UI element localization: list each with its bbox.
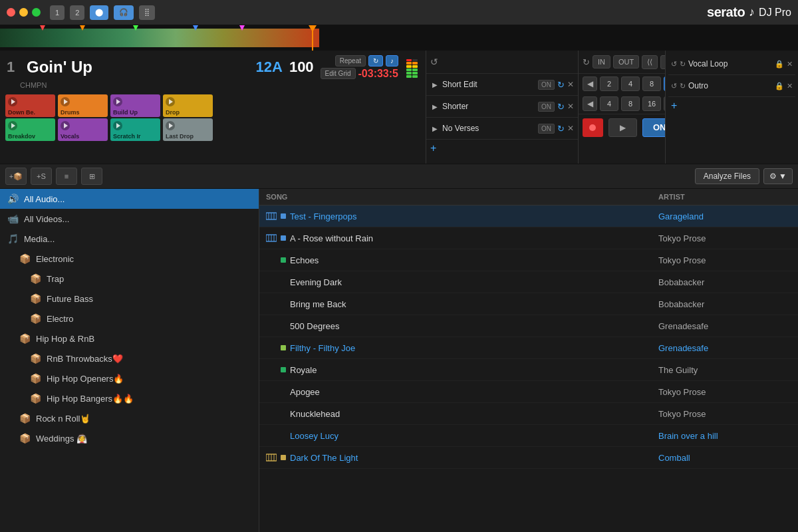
sync-btn[interactable]: ↻ xyxy=(368,55,383,66)
edit-on-2[interactable]: ON xyxy=(538,102,555,112)
outro-sync-icon[interactable]: ↺ xyxy=(671,82,677,90)
add-loop-btn[interactable]: + xyxy=(668,97,795,114)
loop-sync-icon2[interactable]: ↻ xyxy=(680,60,686,68)
cue-pad-build-up[interactable]: Build Up xyxy=(110,94,160,117)
outro-close[interactable]: ✕ xyxy=(787,82,793,90)
loop-num-4[interactable]: 4 xyxy=(621,76,640,91)
track-row[interactable]: A - Rose without Rain Tokyo Prose xyxy=(259,227,798,249)
loop-sync-icon[interactable]: ↺ xyxy=(671,60,677,68)
close-button[interactable] xyxy=(7,8,15,17)
edit-grid-btn[interactable]: Edit Grid xyxy=(321,68,356,79)
track-row[interactable]: Apogee Tokyo Prose xyxy=(259,381,798,403)
track-song: Knucklehead xyxy=(290,409,654,419)
edit-close-3[interactable]: ✕ xyxy=(567,124,574,133)
crate-icon-electronic: 📦 xyxy=(19,253,31,264)
edit-on-3[interactable]: ON xyxy=(538,124,555,134)
track-song: Apogee xyxy=(290,387,654,397)
edit-close-1[interactable]: ✕ xyxy=(567,80,574,89)
track-row[interactable]: Evening Dark Bobabacker xyxy=(259,271,798,293)
repeat-btn[interactable]: Repeat xyxy=(335,55,366,66)
vocal-loop-lock[interactable]: 🔒 xyxy=(775,60,784,68)
loop-num-8b[interactable]: 8 xyxy=(621,96,640,111)
add-serato-btn[interactable]: +S xyxy=(31,168,52,185)
loop-num-2[interactable]: 2 xyxy=(600,76,618,91)
cue-pad-drop[interactable]: Drop xyxy=(163,94,213,117)
loop-num-16b[interactable]: 16 xyxy=(642,96,661,111)
sidebar-item-hiphop-bangers[interactable]: 📦 Hip Hop Bangers🔥🔥 xyxy=(0,388,259,408)
cue-pad-breakdov[interactable]: Breakdov xyxy=(5,118,55,141)
sidebar-item-hiphop[interactable]: 📦 Hip Hop & RnB xyxy=(0,329,259,348)
loop-icon[interactable]: ↺ xyxy=(430,57,438,67)
pitch-btn[interactable]: ♪ xyxy=(386,55,398,66)
track-row[interactable]: Test - Fingerpops Garageland xyxy=(259,205,798,227)
minimize-button[interactable] xyxy=(19,8,28,17)
cue-pad-last-drop[interactable]: Last Drop xyxy=(163,118,213,141)
edit-play-btn-1[interactable]: ▶ xyxy=(430,80,440,89)
out-btn[interactable]: OUT xyxy=(613,55,639,68)
edit-sync-3[interactable]: ↻ xyxy=(557,124,565,134)
vocal-loop-label: Vocal Loop xyxy=(688,59,772,68)
sidebar-item-all-videos[interactable]: 📹 All Videos... xyxy=(0,209,259,229)
sidebar-item-rock[interactable]: 📦 Rock n Roll🤘 xyxy=(0,408,259,428)
vocal-loop-close[interactable]: ✕ xyxy=(787,60,793,68)
track-row[interactable]: Dark Of The Light Comball xyxy=(259,447,798,469)
sidebar-item-future-bass[interactable]: 📦 Future Bass xyxy=(0,289,259,309)
track-row[interactable]: Knucklehead Tokyo Prose xyxy=(259,403,798,425)
loop-nav-left-2[interactable]: ◀ xyxy=(583,96,597,111)
grid-view-btn[interactable]: ⊞ xyxy=(81,168,102,185)
play-button[interactable]: ▶ xyxy=(608,118,637,137)
loop-num-4b[interactable]: 4 xyxy=(600,96,618,111)
track-song: A - Rose without Rain xyxy=(290,233,654,243)
track-row[interactable]: Filthy - Filthy Joe Grenadesafe xyxy=(259,337,798,359)
track-row[interactable]: Royale The Guilty xyxy=(259,359,798,381)
sidebar-item-electronic[interactable]: 📦 Electronic xyxy=(0,249,259,269)
cue-pad-vocals[interactable]: Vocals xyxy=(58,118,108,141)
sidebar-item-media[interactable]: 🎵 Media... xyxy=(0,229,259,249)
sidebar-item-all-audio[interactable]: 🔊 All Audio... xyxy=(0,189,259,209)
track-row[interactable]: Loosey Lucy Brain over a hill xyxy=(259,425,798,447)
in-btn[interactable]: IN xyxy=(593,55,610,68)
sidebar-item-hiphop-openers[interactable]: 📦 Hip Hop Openers🔥 xyxy=(0,368,259,388)
headphone-btn[interactable]: 🎧 xyxy=(114,5,134,20)
deck-btn-2[interactable]: 2 xyxy=(70,5,84,20)
transport-back[interactable]: ⟨⟨ xyxy=(642,55,658,69)
track-row[interactable]: 500 Degrees Grenadesafe xyxy=(259,315,798,337)
track-row[interactable]: Echoes Tokyo Prose xyxy=(259,249,798,271)
sync-icon-left[interactable]: ↻ xyxy=(583,57,590,67)
grid-icon xyxy=(266,233,277,243)
edit-play-btn-2[interactable]: ▶ xyxy=(430,102,440,111)
cue-pad-drums[interactable]: Drums xyxy=(58,94,108,117)
edit-sync-1[interactable]: ↻ xyxy=(557,80,565,90)
edit-sync-2[interactable]: ↻ xyxy=(557,102,565,112)
cue-pad-scratch-ir[interactable]: Scratch Ir xyxy=(110,118,160,141)
grid-btn[interactable]: ⣿ xyxy=(139,5,155,20)
loop-num-8[interactable]: 8 xyxy=(642,76,661,91)
list-view-btn[interactable]: ≡ xyxy=(56,168,77,185)
edit-play-btn-3[interactable]: ▶ xyxy=(430,124,440,133)
settings-btn[interactable]: ⚙ ▼ xyxy=(763,168,793,184)
analyze-files-btn[interactable]: Analyze Files xyxy=(695,168,759,184)
sidebar-item-rnb-throwbacks[interactable]: 📦 RnB Throwbacks❤️ xyxy=(0,348,259,368)
record-icon-btn[interactable]: ⬤ xyxy=(90,5,108,20)
sidebar-item-weddings[interactable]: 📦 Weddings 👰 xyxy=(0,428,259,448)
record-button[interactable] xyxy=(583,118,603,137)
loop-nav-left-1[interactable]: ◀ xyxy=(583,76,597,91)
track-row[interactable]: Bring me Back Bobabacker xyxy=(259,293,798,315)
edit-on-1[interactable]: ON xyxy=(538,80,555,90)
deck-btn-1[interactable]: 1 xyxy=(50,5,65,20)
cue-pad-down-be[interactable]: Down Be. xyxy=(5,94,55,117)
add-track-btn[interactable]: +📦 xyxy=(5,168,27,185)
all-videos-label: All Videos... xyxy=(24,214,252,224)
track-song: Loosey Lucy xyxy=(290,431,654,441)
sidebar-item-trap[interactable]: 📦 Trap xyxy=(0,269,259,289)
sidebar-item-electro[interactable]: 📦 Electro xyxy=(0,309,259,329)
overview-waveform[interactable] xyxy=(0,25,798,51)
right-waveform-area[interactable]: ↺ ↻ Vocal Loop 🔒 ✕ ↺ ↻ Outro 🔒 ✕ + xyxy=(771,51,798,164)
track-song: Filthy - Filthy Joe xyxy=(290,343,654,353)
add-edit-btn[interactable]: + xyxy=(426,140,578,157)
maximize-button[interactable] xyxy=(32,8,41,17)
edit-close-2[interactable]: ✕ xyxy=(567,102,574,111)
outro-lock[interactable]: 🔒 xyxy=(775,82,784,90)
outro-sync-icon2[interactable]: ↻ xyxy=(680,82,686,90)
media-icon: 🎵 xyxy=(7,233,19,244)
